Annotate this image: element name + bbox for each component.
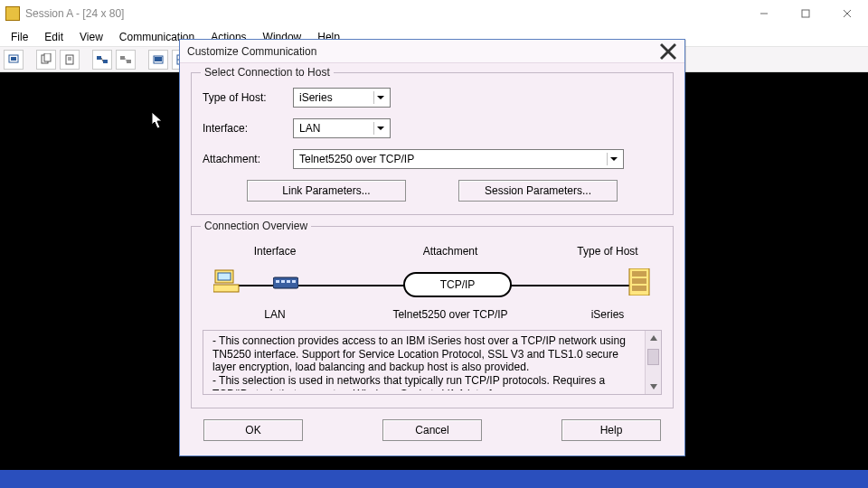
dialog-button-row: OK Cancel Help (191, 419, 674, 445)
scroll-down-button[interactable] (646, 380, 662, 394)
iseries-host-icon (627, 268, 651, 296)
svg-rect-12 (103, 60, 108, 63)
toolbar-btn-4[interactable] (92, 50, 112, 70)
ov-head-host: Type of Host (553, 245, 662, 258)
interface-label: Interface: (203, 122, 293, 135)
group-legend: Connection Overview (201, 220, 311, 232)
svg-rect-36 (632, 286, 646, 291)
overview-head: Interface Attachment Type of Host (203, 245, 662, 258)
menu-edit[interactable]: Edit (37, 29, 71, 45)
dialog-close-button[interactable] (659, 42, 677, 61)
svg-rect-34 (632, 271, 646, 277)
svg-rect-29 (276, 280, 279, 283)
attachment-label: Attachment: (203, 153, 293, 165)
maximize-button[interactable] (785, 0, 826, 27)
scroll-thumb[interactable] (647, 349, 659, 365)
titlebar: Session A - [24 x 80] (0, 0, 868, 27)
ov-head-attachment: Attachment (347, 245, 553, 258)
svg-rect-31 (287, 280, 290, 283)
chevron-down-icon (373, 122, 386, 135)
svg-rect-5 (11, 57, 16, 61)
svg-rect-1 (802, 10, 809, 17)
description-box: - This connection provides access to an … (203, 330, 662, 395)
menu-file[interactable]: File (4, 29, 35, 45)
window-title: Session A - [24 x 80] (25, 7, 124, 20)
dialog-title: Customize Communication (187, 45, 659, 58)
link-parameters-button[interactable]: Link Parameters... (247, 180, 406, 202)
cancel-button[interactable]: Cancel (382, 419, 482, 441)
svg-rect-32 (292, 280, 296, 283)
description-text: - This connection provides access to an … (212, 334, 639, 390)
svg-rect-11 (97, 56, 101, 60)
type-of-host-label: Type of Host: (203, 91, 293, 104)
interface-value: LAN (299, 122, 320, 135)
scroll-up-button[interactable] (646, 331, 662, 345)
group-legend: Select Connection to Host (201, 66, 334, 79)
toolbar-btn-1[interactable] (4, 50, 24, 70)
svg-rect-26 (218, 273, 231, 280)
type-of-host-select[interactable]: iSeries (293, 88, 391, 108)
toolbar-btn-6[interactable] (148, 50, 168, 70)
type-of-host-value: iSeries (299, 91, 333, 104)
attachment-value: Telnet5250 over TCP/IP (299, 153, 414, 165)
svg-rect-7 (44, 53, 51, 61)
ov-label-host: iSeries (553, 308, 662, 321)
svg-rect-15 (127, 60, 131, 63)
workstation-icon (213, 268, 241, 294)
attachment-select[interactable]: Telnet5250 over TCP/IP (293, 149, 624, 169)
svg-rect-18 (155, 57, 162, 61)
svg-rect-35 (632, 278, 646, 284)
svg-rect-27 (213, 285, 239, 292)
svg-line-16 (125, 58, 127, 61)
chevron-down-icon (607, 153, 619, 165)
status-strip (0, 470, 868, 488)
overview-labels: LAN Telnet5250 over TCP/IP iSeries (203, 308, 662, 321)
ov-label-attach: Telnet5250 over TCP/IP (347, 308, 553, 321)
chevron-down-icon (373, 91, 386, 104)
svg-line-13 (101, 58, 103, 61)
svg-rect-30 (281, 280, 285, 283)
scrollbar[interactable] (645, 331, 661, 394)
ov-head-interface: Interface (203, 245, 347, 258)
lan-switch-icon (273, 274, 298, 292)
desktop: Session A - [24 x 80] File Edit View Com… (0, 0, 868, 488)
customize-communication-dialog: Customize Communication Select Connectio… (179, 39, 685, 456)
help-button[interactable]: Help (561, 419, 661, 441)
menu-view[interactable]: View (72, 29, 110, 45)
select-connection-group: Select Connection to Host Type of Host: … (191, 72, 674, 215)
minimize-button[interactable] (743, 0, 785, 27)
close-button[interactable] (826, 0, 868, 27)
ov-label-lan: LAN (203, 308, 347, 321)
ok-button[interactable]: OK (203, 419, 303, 441)
toolbar-btn-3[interactable] (60, 50, 80, 70)
connection-overview-group: Connection Overview Interface Attachment… (191, 226, 674, 408)
svg-rect-14 (120, 56, 125, 60)
toolbar-btn-2[interactable] (36, 50, 56, 70)
app-icon (5, 6, 20, 21)
attachment-pill: TCP/IP (403, 272, 512, 297)
session-parameters-button[interactable]: Session Parameters... (458, 180, 618, 202)
toolbar-btn-5[interactable] (116, 50, 136, 70)
overview-graph: TCP/IP (203, 263, 662, 306)
interface-select[interactable]: LAN (293, 118, 391, 138)
dialog-titlebar: Customize Communication (180, 40, 684, 63)
